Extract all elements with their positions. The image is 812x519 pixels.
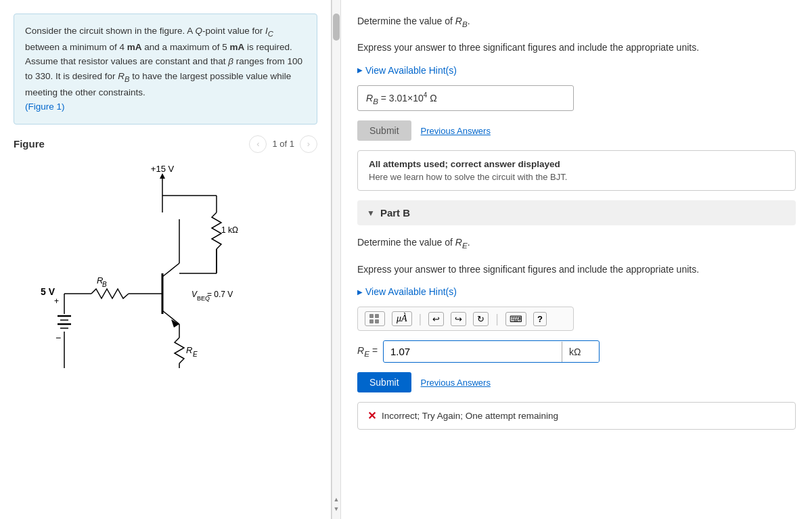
- figure-page: 1 of 1: [272, 139, 294, 149]
- svg-text:= 0.7 V: = 0.7 V: [207, 290, 233, 299]
- parta-prev-answers[interactable]: Previous Answers: [421, 126, 491, 136]
- partb-answer-input[interactable]: [384, 341, 562, 362]
- problem-description: Consider the circuit shown in the figure…: [14, 14, 317, 125]
- all-attempts-subtitle: Here we learn how to solve the circuit w…: [369, 172, 784, 182]
- left-panel: Consider the circuit shown in the figure…: [0, 0, 332, 519]
- partb-re-label: RE =: [357, 345, 378, 358]
- svg-line-13: [162, 263, 179, 277]
- svg-rect-43: [369, 319, 374, 323]
- incorrect-box: ✕ Incorrect; Try Again; One attempt rema…: [357, 402, 796, 430]
- svg-text:R: R: [186, 345, 192, 355]
- circuit-svg: +15 V 1 kΩ: [24, 158, 308, 368]
- svg-rect-42: [375, 314, 379, 318]
- svg-text:E: E: [193, 351, 198, 358]
- toolbar-sep2: |: [495, 312, 499, 326]
- partb-answer-row: RE = kΩ: [357, 340, 796, 363]
- help-icon-button[interactable]: ?: [533, 312, 547, 326]
- parta-hint-label: View Available Hint(s): [365, 65, 457, 76]
- parta-express: Express your answer to three significant…: [357, 40, 796, 55]
- partb-submit-button[interactable]: Submit: [357, 372, 411, 392]
- partb-label: Part B: [380, 207, 410, 219]
- partb-hint-label: View Available Hint(s): [365, 286, 457, 297]
- partb-hint-link[interactable]: View Available Hint(s): [357, 286, 796, 297]
- all-attempts-box: All attempts used; correct answer displa…: [357, 150, 796, 191]
- partb-description: Determine the value of RE.: [357, 235, 796, 252]
- partb-toolbar: μÀ | ↩ ↪ ↻ | ⌨ ?: [357, 307, 574, 331]
- svg-text:5 V: 5 V: [41, 286, 55, 297]
- partb-header: ▼ Part B: [357, 200, 796, 225]
- parta-submit-button[interactable]: Submit: [357, 120, 411, 141]
- prev-figure-button[interactable]: ‹: [249, 135, 267, 153]
- partb-arrow: ▼: [367, 208, 375, 218]
- keyboard-icon-button[interactable]: ⌨: [505, 312, 526, 326]
- grid-icon-button[interactable]: [365, 311, 385, 326]
- svg-rect-44: [375, 319, 379, 323]
- scroll-handle[interactable]: [333, 14, 340, 41]
- partb-units-label: kΩ: [562, 342, 599, 362]
- parta-answer-box: RB = 3.01×104 Ω: [357, 85, 574, 111]
- right-panel: Determine the value of RB. Express your …: [341, 0, 812, 519]
- incorrect-text: Incorrect; Try Again; One attempt remain…: [382, 411, 558, 421]
- x-icon: ✕: [367, 409, 376, 422]
- svg-marker-2: [160, 173, 165, 179]
- partb-answer-group: kΩ: [383, 340, 600, 363]
- all-attempts-title: All attempts used; correct answer displa…: [369, 159, 784, 169]
- svg-text:+: +: [54, 296, 59, 306]
- svg-rect-41: [369, 314, 374, 318]
- svg-text:−: −: [55, 332, 61, 343]
- toolbar-sep1: |: [419, 312, 422, 326]
- next-figure-button[interactable]: ›: [300, 135, 317, 153]
- partb-express-text: Express your answer to three significant…: [357, 262, 796, 277]
- figure-section: Figure ‹ 1 of 1 › +15 V: [14, 135, 317, 368]
- redo-icon-button[interactable]: ↪: [451, 312, 466, 326]
- parta-hint-link[interactable]: View Available Hint(s): [357, 65, 796, 76]
- parta-button-row: Submit Previous Answers: [357, 120, 796, 141]
- partb-prev-answers[interactable]: Previous Answers: [421, 378, 491, 388]
- svg-text:+15 V: +15 V: [150, 164, 174, 174]
- refresh-icon-button[interactable]: ↻: [473, 312, 489, 326]
- svg-text:1 kΩ: 1 kΩ: [221, 225, 238, 235]
- parta-express-text: Express your answer to three significant…: [357, 40, 796, 55]
- figure-link[interactable]: (Figure 1): [25, 101, 65, 112]
- figure-nav: ‹ 1 of 1 ›: [249, 135, 317, 153]
- parta-intro: Determine the value of RB.: [357, 14, 796, 30]
- partb-button-row: Submit Previous Answers: [357, 372, 796, 392]
- figure-title: Figure: [14, 138, 45, 150]
- svg-line-17: [162, 311, 179, 324]
- undo-icon-button[interactable]: ↩: [428, 312, 444, 326]
- figure-header: Figure ‹ 1 of 1 ›: [14, 135, 317, 153]
- grid-icon: [369, 313, 381, 324]
- parta-description: Determine the value of RB.: [357, 14, 796, 30]
- mu-icon-button[interactable]: μÀ: [392, 311, 412, 326]
- circuit-diagram: +15 V 1 kΩ: [14, 158, 317, 368]
- svg-text:B: B: [102, 281, 107, 288]
